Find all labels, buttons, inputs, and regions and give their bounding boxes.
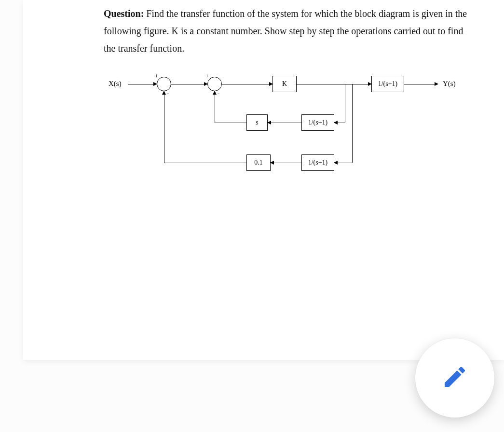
summing-junction-2 xyxy=(207,77,222,91)
sum1-plus: + xyxy=(155,72,158,80)
wire xyxy=(128,84,157,84)
block-fb-inner-s: s xyxy=(246,114,268,131)
wire xyxy=(222,84,272,84)
content-card: Question: Find the transfer function of … xyxy=(23,0,504,360)
wire xyxy=(164,91,164,163)
input-label: X(s) xyxy=(109,80,122,88)
wire xyxy=(345,84,345,123)
wire xyxy=(352,84,371,84)
wire xyxy=(171,84,207,84)
block-K-label: K xyxy=(282,80,287,88)
block-output-1-over-s-plus-1: 1/(s+1) xyxy=(371,76,404,92)
question-body: Find the transfer function of the system… xyxy=(104,8,467,54)
block-fb-inner-1-over-s-plus-1-label: 1/(s+1) xyxy=(308,119,328,126)
wire xyxy=(271,163,301,163)
wire xyxy=(334,163,352,163)
sum1-minus: - xyxy=(167,90,169,98)
block-fb-outer-0-1: 0.1 xyxy=(246,154,271,171)
block-K: K xyxy=(272,76,297,92)
summing-junction-1 xyxy=(157,77,171,91)
wire xyxy=(164,163,246,163)
block-diagram: X(s) + - + - K 1/(s+1) Y(s) xyxy=(104,68,470,193)
sum2-plus: + xyxy=(205,72,209,80)
block-fb-outer-1-over-s-plus-1: 1/(s+1) xyxy=(301,154,334,171)
block-fb-inner-s-label: s xyxy=(256,119,258,126)
sum2-minus: - xyxy=(218,90,219,98)
edit-fab[interactable] xyxy=(415,338,494,418)
block-output-label: 1/(s+1) xyxy=(378,80,398,88)
wire xyxy=(215,123,246,123)
edit-icon xyxy=(441,363,468,392)
output-label: Y(s) xyxy=(443,80,456,88)
block-fb-outer-0-1-label: 0.1 xyxy=(254,159,263,167)
wire xyxy=(215,91,215,123)
wire xyxy=(352,84,353,163)
wire xyxy=(404,84,438,84)
wire xyxy=(297,84,352,84)
wire xyxy=(334,123,345,123)
question-text: Question: Find the transfer function of … xyxy=(104,5,470,57)
wire xyxy=(268,123,301,123)
question-label: Question: xyxy=(104,8,144,19)
block-fb-outer-1-over-s-plus-1-label: 1/(s+1) xyxy=(308,159,328,167)
block-fb-inner-1-over-s-plus-1: 1/(s+1) xyxy=(301,114,334,131)
